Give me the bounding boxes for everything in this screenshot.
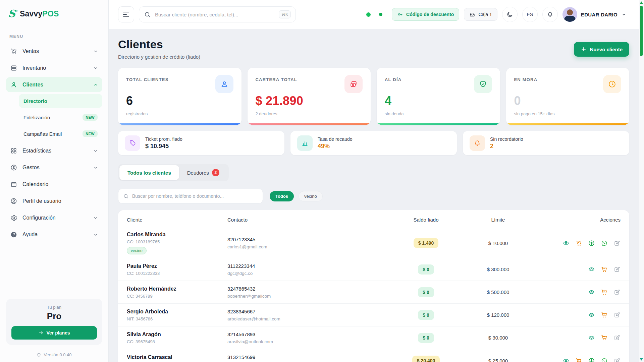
sidebar-item-estadisticas[interactable]: Estadísticas [6,143,102,158]
sidebar-item-perfil[interactable]: Perfil de usuario [6,193,102,208]
global-search: ⌘K [139,6,296,22]
new-badge: NEW [83,130,98,137]
substat-value: $ 10.945 [145,143,182,150]
filter-chip-todos[interactable]: Todos [270,191,294,201]
sidebar-item-ventas[interactable]: Ventas [6,44,102,59]
new-sale-button[interactable] [575,357,582,362]
bar-chart-icon [297,135,313,151]
plus-icon [581,46,587,52]
client-doc: CC: 1003189765 [127,239,227,244]
client-email: arasilvia@outlook.com [227,339,396,344]
whatsapp-button[interactable] [601,357,608,362]
pencil-square-icon [613,334,621,341]
sidebar-item-clientes[interactable]: Clientes [6,77,102,92]
scrollbar[interactable] [639,0,644,362]
new-client-button[interactable]: Nuevo cliente [574,42,629,57]
view-client-button[interactable] [588,311,595,318]
cart-icon [575,240,582,247]
scrollbar-down-arrow-icon[interactable] [640,358,643,361]
new-sale-button[interactable] [601,289,608,296]
client-doc: CC: 3456789 [127,294,227,299]
sidebar-item-gastos[interactable]: Gastos [6,160,102,175]
tab-todos-los-clientes[interactable]: Todos los clientes [119,165,179,180]
global-search-input[interactable] [155,12,275,17]
row-actions [540,357,621,362]
dollar-circle-icon [588,357,595,362]
language-button[interactable]: ES [522,7,538,22]
edit-client-button[interactable] [613,289,621,296]
sidebar-item-label: Ventas [22,48,88,54]
sidebar-toggle-button[interactable] [118,6,134,22]
sidebar-item-configuracion[interactable]: Configuración [6,210,102,225]
balance-badge: $ 20.400 [412,356,440,362]
new-sale-button[interactable] [575,240,582,247]
deudores-count-badge: 2 [212,169,219,176]
chevron-up-icon [93,82,98,87]
column-header-acciones: Acciones [540,217,621,223]
chevron-down-icon [93,49,98,54]
edit-client-button[interactable] [613,334,621,341]
client-name: Victoria Carrascal [127,354,227,360]
app-window: S² SavvyPOS MENU Ventas Inventario Clien… [0,0,644,362]
view-client-button[interactable] [562,240,570,247]
view-plans-button[interactable]: Ver planes [11,326,97,340]
sidebar-item-label: Calendario [22,181,98,187]
eye-icon [588,334,595,341]
sidebar-subitem-fidelizacion[interactable]: Fidelización NEW [19,110,102,124]
view-client-button[interactable] [562,357,570,362]
collect-payment-button[interactable] [588,240,595,247]
filter-row: Todos vecino [118,189,629,203]
eye-icon [588,311,595,318]
notifications-button[interactable] [542,7,558,22]
help-icon [10,231,17,238]
chip-label: vecino [304,194,317,199]
sidebar-subitem-label: Fidelización [23,115,83,120]
brand-logo[interactable]: S² SavvyPOS [6,9,102,19]
search-shortcut-badge: ⌘K [279,10,291,18]
chevron-down-icon [93,215,98,221]
edit-client-button[interactable] [613,266,621,273]
sidebar-nav: Ventas Inventario Clientes Directorio Fi… [6,44,102,244]
client-search-input[interactable] [132,193,258,199]
user-menu[interactable]: EDUAR DARIO [562,7,627,22]
page-subtitle: Directorio y gestión de crédito (fiado) [118,54,200,60]
edit-client-button[interactable] [613,240,621,247]
table-header: Cliente Contacto Saldo fiado Límite Acci… [118,210,629,228]
cash-register-button[interactable]: Caja 1 [464,8,497,21]
new-client-label: Nuevo cliente [590,47,623,52]
view-client-button[interactable] [588,289,595,296]
sidebar-item-ayuda[interactable]: Ayuda [6,227,102,242]
sidebar-subitem-campanas-email[interactable]: Campañas Email NEW [19,127,102,141]
filter-chip-vecino[interactable]: vecino [299,191,323,201]
dark-mode-toggle[interactable] [502,7,518,22]
sidebar-item-calendario[interactable]: Calendario [6,177,102,192]
status-dot-primary [366,12,371,17]
stat-label: TOTAL CLIENTES [126,75,169,82]
new-badge: NEW [83,114,98,121]
credit-limit: $ 500.000 [456,289,540,295]
scrollbar-thumb[interactable] [640,6,643,56]
client-tabs: Todos los clientes Deudores 2 [118,164,229,181]
new-sale-button[interactable] [601,311,608,318]
edit-client-button[interactable] [613,357,621,362]
new-sale-button[interactable] [601,266,608,273]
edit-client-button[interactable] [613,311,621,318]
search-icon [144,11,151,18]
sidebar-item-inventario[interactable]: Inventario [6,60,102,75]
scrollbar-up-arrow-icon[interactable] [640,1,643,4]
new-sale-button[interactable] [601,334,608,341]
client-phone: 3214567893 [227,331,396,337]
balance-badge: $ 1.490 [414,238,439,248]
whatsapp-button[interactable] [601,240,608,247]
view-client-button[interactable] [588,266,595,273]
sidebar-subitem-directorio[interactable]: Directorio [19,94,102,108]
key-icon [397,11,403,17]
tab-deudores[interactable]: Deudores 2 [179,165,227,180]
discount-code-button[interactable]: Código de descuento [392,8,459,21]
view-client-button[interactable] [588,334,595,341]
collect-payment-button[interactable] [588,357,595,362]
credit-limit: $ 25.000 [456,358,540,362]
client-email: boberther@gmailcom [227,294,396,299]
eye-icon [588,266,595,273]
credit-limit: $ 120.000 [456,312,540,318]
